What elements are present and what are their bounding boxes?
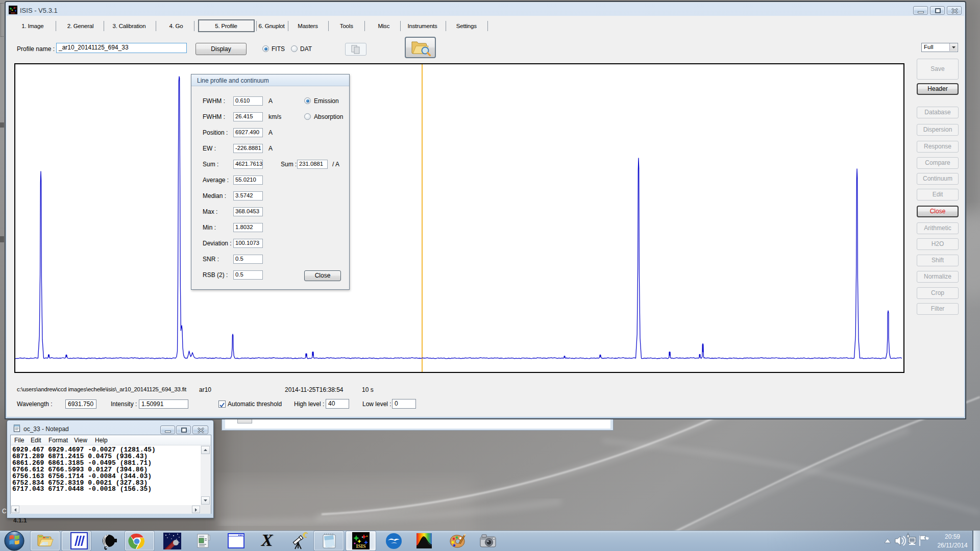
svg-text:X: X: [261, 533, 274, 548]
svg-text:ISIS: ISIS: [356, 543, 366, 549]
svg-text:ISIS: ISIS: [11, 12, 15, 14]
